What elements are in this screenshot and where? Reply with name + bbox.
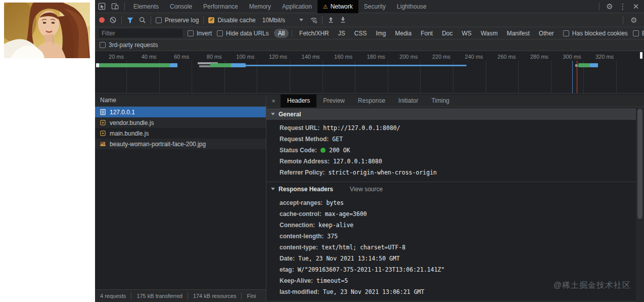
filter-input[interactable] — [99, 29, 182, 37]
resource-filter-pill[interactable]: Wasm — [477, 29, 502, 38]
filter-funnel-icon[interactable] — [126, 16, 134, 24]
resource-filter-pill[interactable]: CSS — [350, 29, 371, 38]
waterfall-bar — [590, 63, 598, 67]
resource-filter-pill[interactable]: JS — [334, 29, 349, 38]
script-file-icon — [100, 130, 106, 137]
details-tab[interactable]: Response — [351, 95, 392, 107]
status-item: 175 kB transferred — [131, 293, 188, 299]
general-items: Request URL: http://127.0.0.1:8080/ Requ… — [266, 122, 636, 178]
timeline-tick-label: 80 ms — [207, 54, 224, 60]
response-headers-section-header[interactable]: Response Headers View source — [266, 183, 636, 195]
devtools-tab[interactable]: ⚠ Lighthouse — [391, 0, 432, 13]
inspect-element-icon[interactable] — [95, 0, 108, 13]
header-key-value-row: Remote Address: 127.0.0.1:8080 — [266, 156, 636, 167]
devtools-tab[interactable]: ⚠ Security — [358, 0, 391, 13]
devtools-tab[interactable]: ⚠ Performance — [198, 0, 244, 13]
resource-filter-pill[interactable]: All — [274, 29, 289, 38]
document-file-icon — [100, 109, 106, 115]
header-value: max-age=3600 — [325, 210, 367, 218]
timeline-tick-label: 220 ms — [432, 54, 453, 60]
devtools-tab[interactable]: ⚠ Memory — [244, 0, 277, 13]
request-row[interactable]: 127.0.0.1 — [95, 107, 266, 117]
devtools-tab[interactable]: ⚠ Console — [164, 0, 198, 13]
network-overview-timeline[interactable]: 20 ms40 ms60 ms80 ms100 ms120 ms140 ms16… — [95, 51, 644, 94]
blocked-requests-checkbox-box[interactable] — [633, 30, 639, 36]
collapse-triangle-icon — [271, 113, 275, 115]
status-item: 4 requests — [95, 293, 131, 299]
has-blocked-cookies-label: Has blocked cookies — [572, 30, 628, 37]
export-har-icon[interactable] — [339, 16, 347, 24]
throttling-value: 10Mbit/s — [262, 17, 285, 24]
resource-filter-pill[interactable]: Doc — [438, 29, 456, 38]
timeline-tick-label: 200 ms — [399, 54, 420, 60]
details-scrollbar-thumb[interactable] — [637, 109, 642, 219]
resource-filter-pill[interactable]: Media — [391, 29, 416, 38]
warning-triangle-icon: ⚠ — [323, 0, 328, 13]
details-tab[interactable]: Timing — [425, 95, 456, 107]
preserve-log-checkbox-box[interactable] — [156, 17, 162, 23]
device-toolbar-icon[interactable] — [108, 0, 121, 13]
settings-gear-icon[interactable]: ⚙ — [604, 0, 616, 13]
hide-data-urls-checkbox-box[interactable] — [217, 30, 223, 36]
timeline-tick-label: 180 ms — [367, 54, 388, 60]
watermark-text: @稀土掘金技术社区 — [554, 280, 631, 291]
third-party-requests-checkbox-box[interactable] — [100, 42, 106, 48]
blocked-requests-checkbox[interactable]: Blocked Requests — [633, 30, 644, 37]
header-key: Remote Address: — [280, 158, 330, 165]
request-row[interactable]: beauty-woman-portrait-face-200.jpg — [95, 139, 266, 149]
network-settings-gear-icon[interactable]: ⚙ — [628, 14, 640, 27]
header-key: cache-control: — [280, 210, 321, 218]
timeline-tick-label: 280 ms — [530, 54, 551, 60]
resource-filter-pill[interactable]: Img — [372, 29, 390, 38]
invert-label: Invert — [197, 30, 212, 37]
record-network-log-button[interactable] — [99, 17, 105, 23]
invert-checkbox-box[interactable] — [188, 30, 194, 36]
details-tab[interactable]: Preview — [316, 95, 351, 107]
hide-data-urls-checkbox[interactable]: Hide data URLs — [217, 30, 269, 37]
details-scrollbar-track[interactable] — [636, 107, 644, 302]
load-event-line — [577, 61, 577, 93]
header-key-value-row: content-length: 375 — [266, 231, 636, 242]
devtools-tab[interactable]: ⚠ Application — [277, 0, 317, 13]
portrait-photo — [4, 3, 90, 58]
throttling-dropdown[interactable]: 10Mbit/s — [260, 17, 305, 24]
devtools-tab[interactable]: ⚠ Elements — [128, 0, 164, 13]
header-key: Date: — [280, 255, 295, 262]
has-blocked-cookies-checkbox[interactable]: Has blocked cookies — [563, 30, 628, 37]
resource-filter-pill[interactable]: WS — [458, 29, 476, 38]
timeline-tick-label: 240 ms — [465, 54, 486, 60]
timeline-tick-label: 20 ms — [109, 54, 126, 60]
header-key-value-row: Request Method: GET — [266, 134, 636, 145]
resource-filter-pill[interactable]: Manifest — [502, 29, 533, 38]
request-row[interactable]: vendor.bundle.js — [95, 117, 266, 128]
network-toolbar: Preserve log Disable cache 10Mbit/s ⚙ — [95, 13, 644, 27]
search-icon[interactable] — [139, 16, 146, 24]
third-party-requests-checkbox[interactable]: 3rd-party requests — [100, 41, 158, 49]
disable-cache-checkbox-box[interactable] — [208, 17, 214, 23]
resource-filter-pill[interactable]: Other — [535, 29, 558, 38]
details-tab[interactable]: Initiator — [392, 95, 425, 107]
resource-filter-pill[interactable]: Font — [417, 29, 437, 38]
preserve-log-checkbox[interactable]: Preserve log — [156, 17, 199, 24]
invert-checkbox[interactable]: Invert — [188, 30, 212, 37]
image-file-icon — [100, 141, 106, 147]
has-blocked-cookies-checkbox-box[interactable] — [563, 30, 569, 36]
request-row[interactable]: main.bundle.js — [95, 128, 266, 139]
request-details-pane: × HeadersPreviewResponseInitiatorTiming … — [266, 95, 644, 302]
view-source-button[interactable]: View source — [350, 186, 383, 193]
network-main-area: Name 127.0.0.1 vendor.bundle.js — [95, 95, 644, 302]
clear-network-log-icon[interactable] — [109, 16, 117, 24]
general-section-title: General — [279, 111, 301, 118]
details-tab[interactable]: Headers — [281, 95, 316, 107]
disable-cache-checkbox[interactable]: Disable cache — [208, 17, 255, 24]
import-har-icon[interactable] — [327, 16, 335, 24]
general-section-header[interactable]: General — [266, 108, 636, 120]
network-conditions-icon[interactable] — [310, 16, 317, 24]
name-column-header[interactable]: Name — [95, 95, 266, 107]
resource-filter-pill[interactable]: Fetch/XHR — [295, 29, 333, 38]
kebab-menu-icon[interactable]: ⋮ — [617, 0, 629, 13]
close-details-icon[interactable]: × — [266, 95, 281, 107]
close-devtools-icon[interactable]: ✕ — [630, 0, 642, 13]
header-key: content-type: — [280, 244, 318, 251]
devtools-tab[interactable]: ⚠ Network — [317, 0, 358, 13]
